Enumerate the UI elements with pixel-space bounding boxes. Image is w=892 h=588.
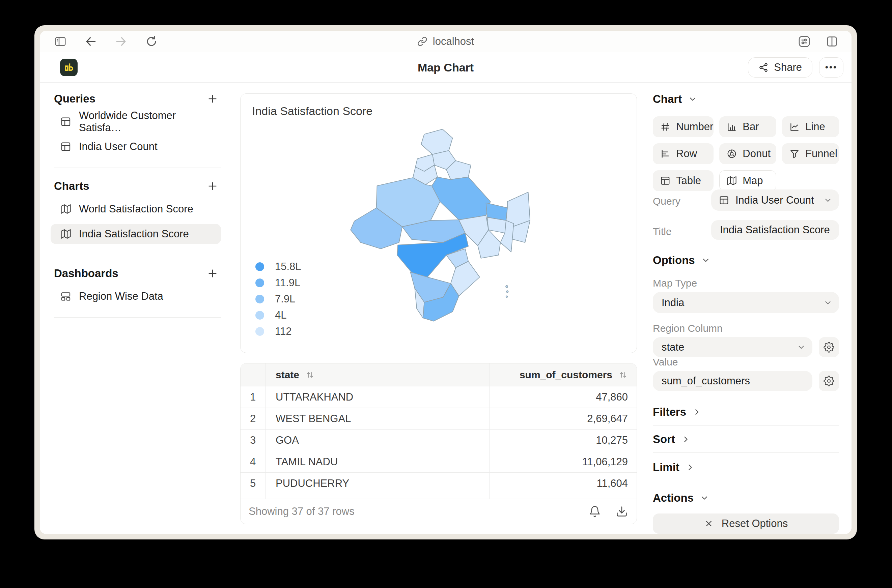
link-icon <box>417 36 427 46</box>
chart-type-map[interactable]: Map <box>719 170 776 191</box>
sort-icon[interactable] <box>618 370 628 380</box>
sidebar-item-region-wise-data[interactable]: Region Wise Data <box>51 286 221 306</box>
chart-type-label: Funnel <box>805 148 837 160</box>
section-chart[interactable]: Chart <box>653 93 697 105</box>
split-view-icon[interactable] <box>825 35 839 48</box>
sort-icon[interactable] <box>305 370 315 380</box>
back-icon[interactable] <box>84 35 97 48</box>
section-actions[interactable]: Actions <box>653 492 709 504</box>
chart-type-label: Number <box>676 121 713 133</box>
chart-type-row[interactable]: Row <box>653 143 713 164</box>
table-icon <box>719 195 730 206</box>
sidebar-item-world-satisfaction-score[interactable]: World Satisfaction Score <box>51 199 221 219</box>
legend-dot <box>256 262 264 271</box>
section-limit[interactable]: Limit <box>653 461 695 474</box>
legend-label: 4L <box>275 309 286 321</box>
app-logo[interactable] <box>60 58 78 76</box>
chart-type-donut[interactable]: Donut <box>719 143 776 164</box>
browser-sidebar-toggle-icon[interactable] <box>54 35 67 48</box>
share-label: Share <box>774 62 802 74</box>
download-icon[interactable] <box>616 506 628 518</box>
chart-type-label: Row <box>676 148 697 160</box>
chart-type-line[interactable]: Line <box>782 116 839 137</box>
chart-type-funnel[interactable]: Funnel <box>782 143 839 164</box>
table-row[interactable]: 5 PUDUCHERRY 11,604 <box>241 473 636 494</box>
table-row[interactable]: 3 GOA 10,275 <box>241 429 636 451</box>
india-choropleth-map[interactable] <box>342 125 531 334</box>
sidebar: Queries Worldwide Customer Satisfa… Ind <box>40 82 229 534</box>
app-header: Map Chart Share ••• <box>40 52 851 82</box>
chevron-down-icon <box>688 94 697 104</box>
legend-label: 15.8L <box>275 261 301 273</box>
page-settings-icon[interactable] <box>797 35 811 48</box>
cell-state: GOA <box>266 429 489 451</box>
address-bar[interactable]: localhost <box>417 35 474 48</box>
region-column-label: Region Column <box>653 322 723 334</box>
sidebar-item-worldwide-customer-satisfaction[interactable]: Worldwide Customer Satisfa… <box>51 112 221 132</box>
url-text: localhost <box>433 35 474 48</box>
row-number: 3 <box>241 429 266 451</box>
chart-type-number[interactable]: Number <box>653 116 713 137</box>
section-sort[interactable]: Sort <box>653 433 690 446</box>
table-footer: Showing 37 of 37 rows <box>241 499 636 524</box>
region-settings-button[interactable] <box>819 337 839 357</box>
cell-value: 10,275 <box>489 434 636 446</box>
column-header-state[interactable]: state <box>275 369 299 381</box>
divider <box>653 251 839 251</box>
region-column-value: state <box>662 341 684 353</box>
more-options-button[interactable]: ••• <box>819 57 844 78</box>
legend-label: 11.9L <box>275 277 300 289</box>
sidebar-item-india-satisfaction-score[interactable]: India Satisfaction Score <box>51 224 221 244</box>
chart-type-table[interactable]: Table <box>653 170 713 191</box>
row-count-status: Showing 37 of 37 rows <box>249 506 355 518</box>
cell-value: 11,06,129 <box>489 456 636 468</box>
chart-type-label: Line <box>805 121 825 133</box>
section-sort-label: Sort <box>653 433 675 446</box>
cell-value: 47,860 <box>489 391 636 403</box>
chart-type-label: Map <box>743 175 763 187</box>
table-row[interactable]: 4 TAMIL NADU 11,06,129 <box>241 451 636 473</box>
region-column-select[interactable]: state <box>653 337 812 357</box>
state-jharkhand <box>487 218 506 233</box>
legend-label: 7.9L <box>275 293 295 305</box>
gear-icon <box>823 376 834 386</box>
query-select[interactable]: India User Count <box>711 189 839 211</box>
value-label: Value <box>653 356 678 368</box>
add-chart-button[interactable] <box>207 180 218 192</box>
cell-state: PUDUCHERRY <box>266 473 489 494</box>
table-row-partial <box>241 494 636 499</box>
browser-toolbar: localhost <box>40 31 851 52</box>
value-field[interactable]: sum_of_customers <box>653 371 812 391</box>
forward-icon[interactable] <box>115 35 128 48</box>
cell-value: 2,69,647 <box>489 412 636 425</box>
map-type-value: India <box>662 297 684 309</box>
divider <box>54 168 221 168</box>
chart-settings-panel: Chart Number Bar Line <box>653 82 839 534</box>
map-type-select[interactable]: India <box>653 292 839 313</box>
column-header-sum-of-customers[interactable]: sum_of_customers <box>519 369 612 381</box>
sidebar-item-label: Region Wise Data <box>79 290 163 302</box>
row-chart-icon <box>660 148 671 159</box>
table-row[interactable]: 1 UTTARAKHAND 47,860 <box>241 386 636 408</box>
add-query-button[interactable] <box>207 93 218 105</box>
sidebar-item-label: Worldwide Customer Satisfa… <box>79 110 221 134</box>
title-input[interactable]: India Satisfaction Score <box>711 220 839 240</box>
section-options[interactable]: Options <box>653 254 710 267</box>
value-settings-button[interactable] <box>819 371 839 391</box>
section-chart-label: Chart <box>653 93 682 105</box>
add-dashboard-button[interactable] <box>207 268 218 279</box>
reset-options-button[interactable]: Reset Options <box>653 513 839 534</box>
cell-state: TAMIL NADU <box>266 451 489 472</box>
section-filters[interactable]: Filters <box>653 406 702 418</box>
title-value: India Satisfaction Score <box>720 224 830 236</box>
donut-chart-icon <box>727 148 737 159</box>
alert-bell-icon[interactable] <box>589 506 601 518</box>
chart-type-bar[interactable]: Bar <box>719 116 776 137</box>
sidebar-item-india-user-count[interactable]: India User Count <box>51 136 221 157</box>
table-row[interactable]: 2 WEST BENGAL 2,69,647 <box>241 408 636 429</box>
share-button[interactable]: Share <box>748 57 812 78</box>
reload-icon[interactable] <box>145 35 158 48</box>
map-icon <box>727 176 737 186</box>
dashboard-icon <box>60 291 72 302</box>
table-header-row: state sum_of_customers <box>241 363 636 386</box>
